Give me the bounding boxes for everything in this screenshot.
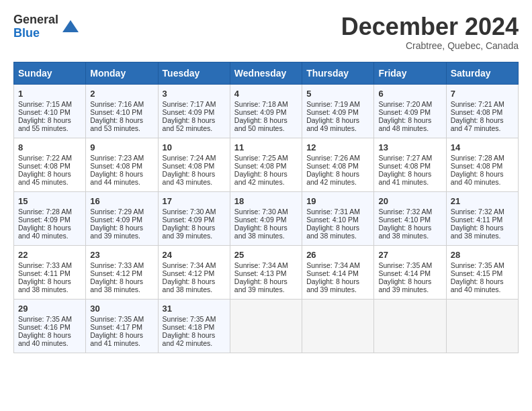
daylight-label: Daylight: 8 hours and 50 minutes. <box>234 116 287 132</box>
daylight-label: Daylight: 8 hours and 40 minutes. <box>18 331 71 347</box>
sunrise-label: Sunrise: 7:26 AM <box>306 154 360 162</box>
sunrise-label: Sunrise: 7:34 AM <box>234 261 288 269</box>
sunrise-label: Sunrise: 7:18 AM <box>234 100 288 108</box>
sunrise-label: Sunrise: 7:35 AM <box>90 315 144 323</box>
sunrise-label: Sunrise: 7:32 AM <box>378 208 432 216</box>
day-number: 30 <box>90 304 153 314</box>
calendar-week-row: 29 Sunrise: 7:35 AM Sunset: 4:16 PM Dayl… <box>14 299 519 353</box>
calendar-cell: 29 Sunrise: 7:35 AM Sunset: 4:16 PM Dayl… <box>14 299 86 353</box>
day-number: 10 <box>163 142 226 152</box>
logo-icon <box>61 17 80 36</box>
day-number: 2 <box>90 89 153 99</box>
calendar-cell: 31 Sunrise: 7:35 AM Sunset: 4:18 PM Dayl… <box>158 299 230 353</box>
daylight-label: Daylight: 8 hours and 38 minutes. <box>163 277 216 293</box>
day-number: 18 <box>234 196 298 206</box>
sunset-label: Sunset: 4:08 PM <box>451 108 503 116</box>
daylight-label: Daylight: 8 hours and 52 minutes. <box>163 116 216 132</box>
sunrise-label: Sunrise: 7:34 AM <box>163 261 216 269</box>
day-number: 19 <box>306 196 369 206</box>
sunrise-label: Sunrise: 7:22 AM <box>18 154 72 162</box>
calendar-cell: 13 Sunrise: 7:27 AM Sunset: 4:08 PM Dayl… <box>374 138 446 191</box>
calendar-cell: 22 Sunrise: 7:33 AM Sunset: 4:11 PM Dayl… <box>14 245 86 299</box>
daylight-label: Daylight: 8 hours and 49 minutes. <box>306 116 359 132</box>
sunrise-label: Sunrise: 7:35 AM <box>451 261 504 269</box>
sunset-label: Sunset: 4:11 PM <box>451 216 503 224</box>
daylight-label: Daylight: 8 hours and 39 minutes. <box>163 224 216 240</box>
calendar-cell <box>302 299 374 353</box>
header-thursday: Thursday <box>302 62 374 84</box>
sunset-label: Sunset: 4:10 PM <box>18 108 71 116</box>
sunrise-label: Sunrise: 7:15 AM <box>18 100 72 108</box>
day-number: 14 <box>451 142 514 152</box>
calendar-cell: 15 Sunrise: 7:28 AM Sunset: 4:09 PM Dayl… <box>14 191 86 245</box>
sunset-label: Sunset: 4:09 PM <box>306 108 359 116</box>
sunset-label: Sunset: 4:17 PM <box>90 323 142 331</box>
daylight-label: Daylight: 8 hours and 39 minutes. <box>90 224 143 240</box>
day-number: 11 <box>234 142 298 152</box>
sunrise-label: Sunrise: 7:16 AM <box>90 100 144 108</box>
day-number: 26 <box>306 250 369 260</box>
sunrise-label: Sunrise: 7:35 AM <box>163 315 216 323</box>
daylight-label: Daylight: 8 hours and 38 minutes. <box>18 277 71 293</box>
calendar-cell: 1 Sunrise: 7:15 AM Sunset: 4:10 PM Dayli… <box>14 84 86 138</box>
sunset-label: Sunset: 4:14 PM <box>378 269 431 277</box>
daylight-label: Daylight: 8 hours and 40 minutes. <box>451 170 504 186</box>
svg-marker-0 <box>62 20 79 32</box>
day-number: 20 <box>378 196 441 206</box>
day-number: 9 <box>90 142 153 152</box>
calendar-cell <box>374 299 446 353</box>
sunset-label: Sunset: 4:11 PM <box>18 269 71 277</box>
header-sunday: Sunday <box>14 62 86 84</box>
sunrise-label: Sunrise: 7:33 AM <box>90 261 144 269</box>
sunrise-label: Sunrise: 7:24 AM <box>163 154 216 162</box>
calendar-cell: 2 Sunrise: 7:16 AM Sunset: 4:10 PM Dayli… <box>86 84 158 138</box>
location-subtitle: Crabtree, Quebec, Canada <box>341 40 519 51</box>
logo-general: General <box>13 13 58 27</box>
sunset-label: Sunset: 4:08 PM <box>234 162 287 170</box>
sunset-label: Sunset: 4:09 PM <box>378 108 431 116</box>
sunset-label: Sunset: 4:10 PM <box>378 216 431 224</box>
calendar-cell: 19 Sunrise: 7:31 AM Sunset: 4:10 PM Dayl… <box>302 191 374 245</box>
calendar-cell: 25 Sunrise: 7:34 AM Sunset: 4:13 PM Dayl… <box>230 245 302 299</box>
calendar-cell: 18 Sunrise: 7:30 AM Sunset: 4:09 PM Dayl… <box>230 191 302 245</box>
daylight-label: Daylight: 8 hours and 39 minutes. <box>306 277 359 293</box>
logo-blue: Blue <box>13 27 58 40</box>
sunset-label: Sunset: 4:09 PM <box>234 108 287 116</box>
sunset-label: Sunset: 4:09 PM <box>90 216 142 224</box>
sunset-label: Sunset: 4:09 PM <box>163 108 215 116</box>
calendar-cell: 8 Sunrise: 7:22 AM Sunset: 4:08 PM Dayli… <box>14 138 86 191</box>
day-number: 8 <box>18 142 81 152</box>
daylight-label: Daylight: 8 hours and 38 minutes. <box>378 224 431 240</box>
calendar-week-row: 15 Sunrise: 7:28 AM Sunset: 4:09 PM Dayl… <box>14 191 519 245</box>
day-number: 7 <box>451 89 514 99</box>
calendar-cell: 23 Sunrise: 7:33 AM Sunset: 4:12 PM Dayl… <box>86 245 158 299</box>
header-tuesday: Tuesday <box>158 62 230 84</box>
title-block: December 2024 Crabtree, Quebec, Canada <box>341 13 519 51</box>
sunset-label: Sunset: 4:15 PM <box>451 269 503 277</box>
sunrise-label: Sunrise: 7:34 AM <box>306 261 360 269</box>
calendar-cell: 14 Sunrise: 7:28 AM Sunset: 4:08 PM Dayl… <box>446 138 518 191</box>
sunset-label: Sunset: 4:16 PM <box>18 323 71 331</box>
sunset-label: Sunset: 4:08 PM <box>451 162 503 170</box>
sunrise-label: Sunrise: 7:17 AM <box>163 100 216 108</box>
header-saturday: Saturday <box>446 62 518 84</box>
daylight-label: Daylight: 8 hours and 38 minutes. <box>234 224 287 240</box>
sunrise-label: Sunrise: 7:19 AM <box>306 100 360 108</box>
day-number: 13 <box>378 142 441 152</box>
daylight-label: Daylight: 8 hours and 38 minutes. <box>306 224 359 240</box>
calendar-cell: 11 Sunrise: 7:25 AM Sunset: 4:08 PM Dayl… <box>230 138 302 191</box>
day-number: 28 <box>451 250 514 260</box>
daylight-label: Daylight: 8 hours and 39 minutes. <box>234 277 287 293</box>
daylight-label: Daylight: 8 hours and 41 minutes. <box>378 170 431 186</box>
day-number: 6 <box>378 89 441 99</box>
sunset-label: Sunset: 4:12 PM <box>90 269 142 277</box>
daylight-label: Daylight: 8 hours and 55 minutes. <box>18 116 71 132</box>
calendar-cell <box>446 299 518 353</box>
sunrise-label: Sunrise: 7:28 AM <box>18 208 72 216</box>
calendar-cell <box>230 299 302 353</box>
header-wednesday: Wednesday <box>230 62 302 84</box>
sunrise-label: Sunrise: 7:32 AM <box>451 208 504 216</box>
daylight-label: Daylight: 8 hours and 43 minutes. <box>163 170 216 186</box>
daylight-label: Daylight: 8 hours and 45 minutes. <box>18 170 71 186</box>
daylight-label: Daylight: 8 hours and 42 minutes. <box>306 170 359 186</box>
